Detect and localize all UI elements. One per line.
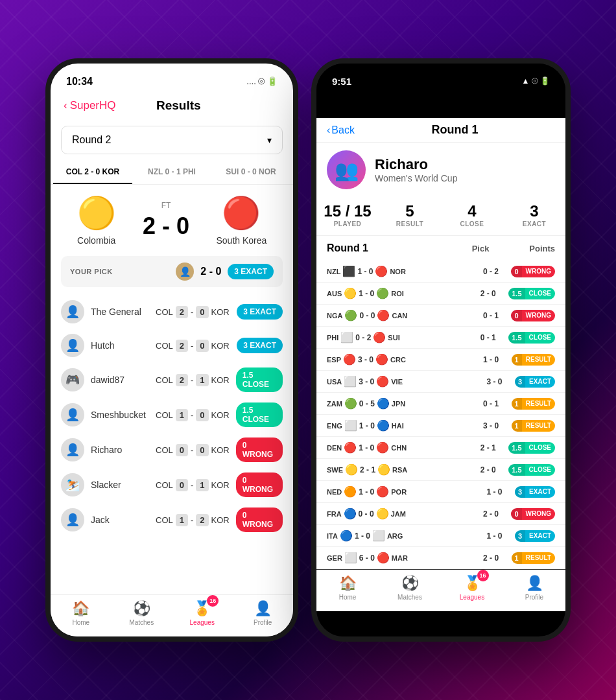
player-row: 👤 The General COL 2 - 0 KOR 3 EXACT (51, 295, 293, 329)
player-badge: 3 EXACT (237, 338, 283, 353)
player-row: ⛷️ Slacker COL 0 - 1 KOR 0 WRONG (51, 467, 293, 502)
shirt-icon: 🟡 (345, 463, 358, 476)
pick-value: 3 - 0 (473, 421, 509, 430)
superhq-label[interactable]: SuperHQ (70, 99, 116, 112)
nav-leagues[interactable]: 🏅 16 Leagues (172, 600, 233, 626)
match-score: 2 - 0 (143, 213, 189, 240)
nav-profile[interactable]: 👤 Profile (233, 600, 294, 626)
your-pick-avatar: 👤 (176, 262, 194, 281)
result-badge: 0 WRONG (511, 266, 555, 277)
shirt-icon: 🔴 (376, 485, 389, 498)
shirt-icon: 🟢 (344, 397, 357, 410)
match-teams: ENG ⬜ 1 - 0 🔵 HAI (327, 419, 471, 432)
profile-photo-icon: 👥 (335, 159, 359, 181)
result-badge: 1 RESULT (512, 552, 555, 564)
leagues-badge-count: 16 (207, 595, 219, 607)
player-name: The General (91, 307, 149, 317)
bottom-nav-left: 🏠 Home ⚽ Matches 🏅 16 Leagues 👤 Profile (51, 594, 293, 636)
table-row: GER ⬜ 6 - 0 🔴 MAR 2 - 0 1 RESULT (316, 547, 565, 569)
rounds-title: Round 1 (327, 242, 458, 254)
pick-value: 1 - 0 (477, 531, 512, 541)
players-list: 👤 The General COL 2 - 0 KOR 3 EXACT 👤 Hu… (51, 292, 293, 594)
match-teams: ITA 🔵 1 - 0 ⬜ ARG (327, 530, 474, 542)
rounds-table: NZL ⬛ 1 - 0 🔴 NOR 0 - 2 0 WRONG AUS 🟡 1 … (316, 261, 565, 569)
result-badge: 1.5 CLOSE (508, 464, 555, 476)
round-value: Round 2 (72, 134, 112, 146)
shirt-icon: 🟢 (344, 309, 357, 321)
shirt-icon: 🔴 (344, 441, 357, 454)
your-pick-score: 2 - 0 (200, 266, 221, 277)
shirt-icon: ⬜ (344, 419, 357, 432)
header-right: ‹ Back Round 1 (316, 118, 565, 143)
points-header: Points (503, 244, 555, 253)
match-teams: SWE 🟡 2 - 1 🟡 RSA (327, 463, 468, 476)
result-badge: 3 EXACT (515, 530, 555, 542)
pick-value: 2 - 1 (470, 443, 506, 452)
match-teams: NZL ⬛ 1 - 0 🔴 NOR (327, 265, 470, 277)
stat-close-label: CLOSE (441, 220, 503, 228)
player-name: Jack (91, 515, 149, 525)
match-tabs: COL 2 - 0 KOR NZL 0 - 1 PHI SUI 0 - 0 NO… (51, 161, 293, 185)
ft-label: FT (143, 201, 189, 210)
avatar: 👤 (61, 334, 84, 357)
player-pick: COL 2 - 0 KOR (156, 340, 230, 352)
nav-matches-right[interactable]: ⚽ Matches (379, 575, 441, 601)
your-pick-row: YOUR PICK 👤 2 - 0 3 EXACT (61, 256, 283, 287)
nav-home-right[interactable]: 🏠 Home (316, 575, 379, 601)
nav-matches-label-right: Matches (397, 594, 422, 601)
profile-photo: 👥 (327, 150, 366, 189)
shirt-icon: 🔵 (377, 397, 390, 410)
back-chevron-left: ‹ (64, 99, 67, 112)
stat-played: 15 / 15 PLAYED (316, 202, 379, 228)
table-row: FRA 🔵 0 - 0 🟡 JAM 2 - 0 0 WRONG (316, 503, 565, 525)
right-content: ‹ Back Round 1 👥 Richaro Women's World C… (316, 118, 565, 611)
player-badge: 1.5 CLOSE (236, 402, 283, 427)
result-badge: 1 RESULT (512, 420, 555, 432)
nav-profile-right[interactable]: 👤 Profile (503, 575, 565, 601)
stat-exact-value: 3 (503, 202, 565, 220)
back-superhq[interactable]: ‹ SuperHQ (64, 99, 116, 112)
home-shirt: 🟡 (77, 195, 116, 231)
player-pick: COL 2 - 0 KOR (156, 306, 230, 318)
avatar: 👤 (61, 403, 84, 426)
back-label-right[interactable]: Back (331, 124, 355, 136)
shirt-icon: 🔴 (373, 331, 386, 344)
status-bar-left: 10:34 .... ⦾ 🔋 (51, 64, 293, 92)
nav-home[interactable]: 🏠 Home (51, 600, 112, 626)
stat-exact-label: EXACT (503, 220, 565, 228)
shirt-icon: 🟢 (376, 287, 389, 299)
profile-subtitle: Women's World Cup (375, 173, 457, 183)
player-badge: 0 WRONG (236, 438, 283, 462)
status-icons-right: ▲ ⦾ 🔋 (521, 76, 550, 86)
tab-sui-nor[interactable]: SUI 0 - 0 NOR (211, 161, 290, 184)
match-teams: DEN 🔴 1 - 0 🔴 CHN (327, 441, 468, 454)
player-row: 👤 Hutch COL 2 - 0 KOR 3 EXACT (51, 329, 293, 362)
nav-matches[interactable]: ⚽ Matches (112, 600, 172, 626)
player-name: dawid87 (91, 375, 149, 385)
nav-leagues-right[interactable]: 🏅 16 Leagues (441, 575, 503, 601)
back-btn-right[interactable]: ‹ Back (327, 124, 355, 136)
shirt-icon: 🟠 (344, 485, 357, 498)
profile-icon-right: 👤 (526, 575, 543, 592)
pick-value: 0 - 2 (473, 267, 508, 276)
shirt-icon: 🟡 (376, 508, 389, 520)
your-pick-label: YOUR PICK (70, 268, 113, 275)
round-selector[interactable]: Round 2 ▾ (61, 126, 283, 154)
table-row: ESP 🔴 3 - 0 🔴 CRC 1 - 0 1 RESULT (316, 349, 565, 371)
tab-col-kor[interactable]: COL 2 - 0 KOR (53, 161, 132, 184)
leagues-badge-count-right: 16 (477, 570, 489, 581)
nav-leagues-label: Leagues (190, 619, 215, 626)
avatar: 🎮 (61, 368, 84, 391)
match-teams: NED 🟠 1 - 0 🔴 POR (327, 485, 474, 498)
result-badge: 3 EXACT (515, 376, 555, 388)
tab-nzl-phi[interactable]: NZL 0 - 1 PHI (132, 161, 211, 184)
player-row: 👤 Jack COL 1 - 2 KOR 0 WRONG (51, 502, 293, 537)
nav-profile-label: Profile (254, 619, 272, 626)
shirt-icon: 🔴 (376, 441, 389, 454)
match-teams: NGA 🟢 0 - 0 🔴 CAN (327, 309, 470, 321)
shirt-icon: 🔵 (340, 530, 353, 542)
result-badge: 1.5 CLOSE (508, 442, 555, 454)
player-pick: COL 1 - 0 KOR (156, 409, 230, 421)
rounds-table-header: Round 1 Pick Points (316, 236, 565, 261)
table-row: PHI ⬜ 0 - 2 🔴 SUI 0 - 1 1.5 CLOSE (316, 327, 565, 349)
